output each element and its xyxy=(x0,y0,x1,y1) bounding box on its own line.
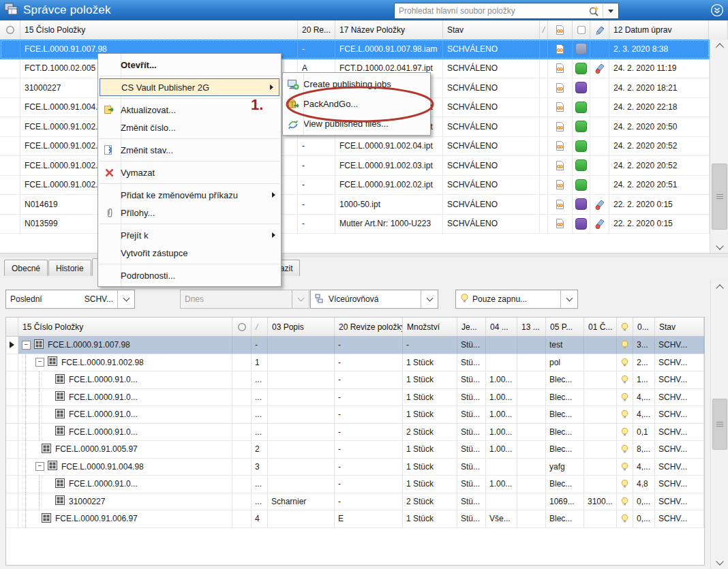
context-menu-item[interactable]: Podrobnosti... xyxy=(98,266,281,284)
document-icon xyxy=(548,78,573,98)
bom-row[interactable]: FCE.L.0000.91.006.974E1 StückStü...Vše..… xyxy=(6,510,704,528)
bom-position-cell: ... xyxy=(252,493,268,511)
bom-unit-cell: Stü... xyxy=(457,406,486,424)
column-header-name[interactable]: 17 Název Položky xyxy=(335,20,443,40)
bom-column-header[interactable]: 20 Revize položky xyxy=(335,318,403,336)
bom-row[interactable]: FCE.L.0000.91.0......-1 StückStü...1.00.… xyxy=(6,371,704,389)
bom-state-cell: SCHV... xyxy=(655,424,704,442)
chevron-down-icon[interactable] xyxy=(421,290,438,308)
context-menu-item[interactable]: Přejít k xyxy=(98,226,281,244)
bom-column-header[interactable]: 03 Popis xyxy=(268,318,335,336)
tree-expander-icon[interactable]: − xyxy=(35,462,44,471)
bom-row[interactable]: −FCE.L.0000.91.004.983-1 StückStü...yafg… xyxy=(6,459,704,476)
bom-view-combo[interactable]: Víceúrovňová xyxy=(310,290,438,309)
bom-col13-cell xyxy=(517,459,546,476)
context-menu-item[interactable]: Přílohy... xyxy=(98,204,281,221)
bom-position-cell: ... xyxy=(252,476,268,493)
context-menu-item[interactable]: Vytvořit zástupce xyxy=(98,244,281,262)
item-state-cell: SCHVÁLENO xyxy=(443,117,540,137)
context-menu-item[interactable]: CS Vault Publisher 2G xyxy=(100,78,279,96)
submenu-item[interactable]: Create publishing jobs xyxy=(283,74,430,94)
bom-row[interactable]: −FCE.L.0000.91.002.981-1 StückStü...pol2… xyxy=(6,354,704,372)
document-icon[interactable] xyxy=(548,20,573,40)
row-indicator xyxy=(6,476,18,493)
item-manager-window: Správce položek Prohledat hlavní soubor … xyxy=(0,0,728,569)
bom-row[interactable]: FCE.L.0000.91.005.972-1 StückStü...1.00.… xyxy=(6,441,704,459)
scroll-down-icon[interactable] xyxy=(710,241,728,253)
search-input[interactable]: Prohledat hlavní soubor položky xyxy=(394,3,619,19)
bom-column-header[interactable]: 15 Číslo Položky xyxy=(18,318,232,336)
scrollbar-thumb[interactable] xyxy=(712,399,727,450)
sort-indicator-icon[interactable]: / xyxy=(540,20,548,40)
bom-row[interactable]: FCE.L.0000.91.0......-1 StückStü...1.00.… xyxy=(6,406,704,424)
chevron-down-icon xyxy=(292,290,309,308)
chevron-down-icon[interactable] xyxy=(560,290,577,308)
radio-circle-icon[interactable] xyxy=(232,318,252,336)
bom-qty2-cell: 2... xyxy=(633,354,655,372)
bom-scrollbar[interactable] xyxy=(710,281,728,568)
bom-column-header[interactable] xyxy=(6,318,18,336)
context-menu-item[interactable]: Změnit stav... xyxy=(98,141,281,159)
scroll-up-icon[interactable] xyxy=(710,40,728,52)
bom-col01-cell xyxy=(584,337,617,354)
enabled-only-combo[interactable]: Pouze zapnu... xyxy=(455,290,578,309)
submenu-arrow-icon xyxy=(272,192,275,198)
bom-column-header[interactable]: Množství xyxy=(403,318,457,336)
pen-tag-icon[interactable] xyxy=(590,20,609,40)
bulb-icon[interactable] xyxy=(617,318,633,336)
bom-item-icon xyxy=(55,425,65,438)
column-header-state[interactable]: Stav xyxy=(443,20,540,40)
bom-column-header[interactable]: 01 Č... xyxy=(584,318,617,336)
sort-indicator-icon[interactable]: / xyxy=(252,318,268,336)
bom-column-header[interactable]: 04 ... xyxy=(486,318,517,336)
bom-revision-cell: - xyxy=(335,493,403,511)
context-menu-item[interactable]: Přidat ke změnovému příkazu xyxy=(98,186,281,204)
tree-expander-icon[interactable]: − xyxy=(35,358,44,367)
search-dropdown-icon[interactable] xyxy=(603,4,618,18)
bom-revision-cell: E xyxy=(335,510,403,528)
column-header-date[interactable]: 12 Datum úprav xyxy=(609,20,709,40)
column-header-stub[interactable] xyxy=(709,20,728,40)
radio-circle-icon[interactable] xyxy=(0,20,20,40)
bom-state-cell: SCHV... xyxy=(655,389,704,407)
bom-row[interactable]: FCE.L.0000.91.0......-1 StückStü...1.00.… xyxy=(6,476,704,493)
category-box-icon[interactable] xyxy=(573,20,590,40)
context-menu-item[interactable]: Vymazat xyxy=(98,164,281,181)
update-icon xyxy=(98,104,121,115)
column-header-number[interactable]: 15 Číslo Položky xyxy=(20,20,298,40)
submenu-item[interactable]: View published files... xyxy=(283,114,430,134)
bom-column-header[interactable]: Stav xyxy=(655,318,704,336)
tab-obecn-[interactable]: Obecné xyxy=(4,260,48,276)
document-icon xyxy=(548,137,573,157)
bom-column-header[interactable]: 05 P... xyxy=(546,318,584,336)
bom-col05-cell: Blec... xyxy=(546,406,584,424)
item-state-cell: SCHVÁLENO xyxy=(443,59,540,79)
bom-column-header[interactable]: 0... xyxy=(633,318,655,336)
sort-cell xyxy=(540,98,548,118)
bom-number-cell: FCE.L.0000.91.0... xyxy=(18,406,232,424)
tree-expander-icon[interactable]: − xyxy=(22,341,31,350)
collapse-panel-icon[interactable] xyxy=(710,3,724,17)
items-grid-scrollbar[interactable] xyxy=(710,40,728,253)
revision-filter-combo[interactable]: PosledníSCHV... xyxy=(5,290,135,309)
search-magnifier-icon[interactable] xyxy=(585,5,603,16)
context-menu-item[interactable]: Otevřít... xyxy=(98,56,281,74)
bom-item-icon xyxy=(47,460,58,473)
bom-column-header[interactable]: Je... xyxy=(457,318,486,336)
scroll-down-icon[interactable] xyxy=(711,556,728,568)
chevron-down-icon[interactable] xyxy=(117,290,134,308)
bom-row[interactable]: FCE.L.0000.91.0......-2 StückStü...1.00.… xyxy=(6,424,704,442)
column-header-revision[interactable]: 20 Re... xyxy=(298,20,335,40)
bom-row[interactable]: FCE.L.0000.91.0......-1 StückStü...1.00.… xyxy=(6,389,704,407)
bom-row[interactable]: −FCE.L.0000.91.007.98---Stü...test3...SC… xyxy=(6,337,704,354)
scroll-up-icon[interactable] xyxy=(711,281,728,293)
tab-historie[interactable]: Historie xyxy=(48,260,91,276)
item-state-cell: SCHVÁLENO xyxy=(443,176,540,196)
bulb-icon xyxy=(617,476,633,493)
submenu-item[interactable]: PackAndGo... xyxy=(283,94,430,114)
bom-column-header[interactable]: 13 ... xyxy=(517,318,546,336)
bom-col04-cell: 1.00... xyxy=(486,476,517,493)
scrollbar-thumb[interactable] xyxy=(712,164,727,230)
bom-row[interactable]: 31000227...Scharnier-2 StückStü...1069..… xyxy=(6,493,704,511)
context-menu-item[interactable]: Změnit číslo... xyxy=(98,119,281,136)
